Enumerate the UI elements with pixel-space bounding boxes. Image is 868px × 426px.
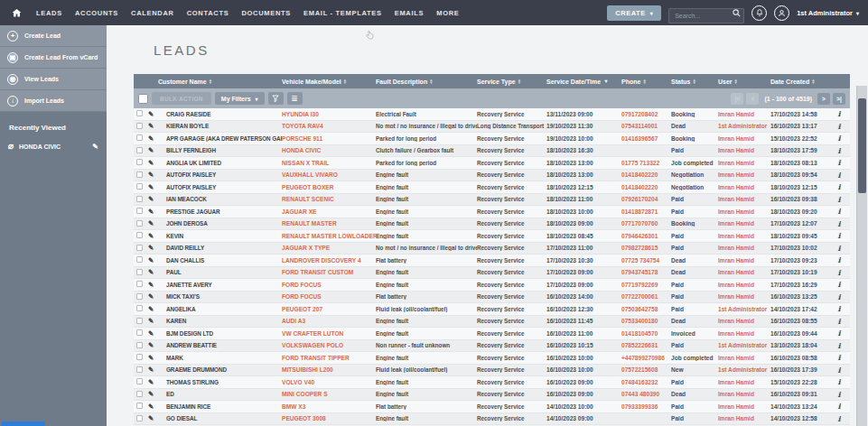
create-button[interactable]: CREATE ▾ bbox=[607, 5, 661, 21]
sort-icon[interactable]: ▴▾ bbox=[430, 79, 432, 85]
cell-phone[interactable]: 01418402220 bbox=[621, 171, 671, 178]
cell-user[interactable]: Imran Hamid bbox=[718, 171, 770, 178]
row-checkbox[interactable] bbox=[134, 342, 148, 349]
cell-vehicle[interactable]: RENAULT MASTER LOWLOADER bbox=[282, 233, 376, 239]
cell-phone[interactable]: 07572215608 bbox=[621, 366, 671, 373]
cell-user[interactable]: Imran Hamid bbox=[718, 330, 770, 337]
user-avatar-icon[interactable] bbox=[774, 5, 789, 21]
info-icon[interactable]: i bbox=[828, 268, 850, 277]
cell-user[interactable]: Imran Hamid bbox=[718, 293, 770, 300]
column-header-service-type[interactable]: Service Type ▴▾ bbox=[477, 79, 546, 85]
last-page-button[interactable]: >| bbox=[833, 93, 845, 105]
cell-vehicle[interactable]: PEUGEOT 207 bbox=[282, 306, 376, 312]
column-header-status[interactable]: Status ▴▾ bbox=[671, 79, 718, 85]
cell-user[interactable]: Imran Hamid bbox=[718, 403, 770, 410]
row-checkbox[interactable] bbox=[134, 391, 148, 398]
cell-user[interactable]: Imran Hamid bbox=[718, 160, 770, 166]
row-checkbox[interactable] bbox=[134, 293, 148, 301]
sort-icon[interactable]: ▴▾ bbox=[344, 79, 346, 85]
sidebar-item-import-leads[interactable]: ↓ Import Leads bbox=[0, 90, 107, 112]
cell-vehicle[interactable]: RENAULT SCENIC bbox=[282, 196, 376, 202]
cell-user[interactable]: Imran Hamid bbox=[718, 220, 770, 227]
info-icon[interactable]: i bbox=[828, 317, 850, 326]
info-icon[interactable]: i bbox=[828, 171, 850, 180]
scrollbar-thumb[interactable] bbox=[858, 98, 866, 193]
edit-icon[interactable]: ✎ bbox=[148, 171, 166, 179]
row-checkbox[interactable] bbox=[134, 354, 148, 361]
nav-item-contacts[interactable]: CONTACTS bbox=[187, 9, 229, 17]
cell-phone[interactable]: +447899270986 bbox=[621, 355, 671, 361]
cell-vehicle[interactable]: TOYOTA RAV4 bbox=[282, 123, 376, 129]
row-checkbox[interactable] bbox=[134, 147, 148, 154]
nav-item-leads[interactable]: LEADS bbox=[36, 9, 62, 17]
row-checkbox[interactable] bbox=[134, 269, 148, 276]
column-header-date-created[interactable]: Date Created ▴▾ bbox=[770, 79, 828, 85]
list-view-icon[interactable]: ≣ bbox=[287, 92, 303, 105]
column-header-service-datetime[interactable]: Service Date/Time ▼ bbox=[546, 79, 621, 85]
info-icon[interactable]: i bbox=[828, 280, 850, 289]
cell-vehicle[interactable]: FORD TRANSIT CUSTOM bbox=[282, 269, 376, 275]
cell-phone[interactable]: 07852226631 bbox=[621, 342, 671, 348]
search-icon[interactable] bbox=[732, 8, 742, 18]
row-checkbox[interactable] bbox=[134, 378, 148, 385]
edit-icon[interactable]: ✎ bbox=[148, 354, 166, 362]
row-checkbox[interactable] bbox=[134, 281, 148, 288]
info-icon[interactable]: i bbox=[828, 366, 850, 375]
cell-phone[interactable]: 07982728615 bbox=[621, 245, 671, 251]
cell-vehicle[interactable]: AUDI A3 bbox=[282, 318, 376, 324]
cell-vehicle[interactable]: NISSAN X TRAIL bbox=[282, 160, 376, 166]
edit-pencil-icon[interactable]: ✎ bbox=[92, 143, 98, 151]
filter-funnel-icon[interactable] bbox=[268, 92, 284, 105]
edit-icon[interactable]: ✎ bbox=[148, 110, 166, 118]
sidebar-item-view-leads[interactable]: ◉ View Leads bbox=[0, 69, 107, 90]
edit-icon[interactable]: ✎ bbox=[148, 146, 166, 154]
sort-icon[interactable]: ▴▾ bbox=[693, 79, 695, 85]
nav-item-emails[interactable]: EMAILS bbox=[395, 9, 425, 17]
edit-icon[interactable]: ✎ bbox=[148, 159, 166, 167]
sort-icon[interactable]: ▴▾ bbox=[735, 79, 737, 85]
cell-phone[interactable]: 01418104570 bbox=[621, 330, 671, 337]
notifications-bell-icon[interactable] bbox=[751, 5, 767, 21]
column-header-user[interactable]: User ▴▾ bbox=[718, 79, 770, 85]
cell-vehicle[interactable]: JAGUAR X TYPE bbox=[282, 245, 376, 251]
cell-user[interactable]: Imran Hamid bbox=[718, 147, 770, 153]
row-checkbox[interactable] bbox=[134, 305, 148, 312]
nav-item-documents[interactable]: DOCUMENTS bbox=[241, 9, 291, 17]
cell-user[interactable]: Imran Hamid bbox=[718, 318, 770, 324]
cell-phone[interactable]: 07443 480390 bbox=[621, 391, 671, 397]
cell-phone[interactable]: 01418872871 bbox=[621, 208, 671, 215]
cell-user[interactable]: 1st Administrator bbox=[718, 366, 770, 373]
info-icon[interactable]: i bbox=[828, 329, 850, 338]
cell-phone[interactable]: 01418402220 bbox=[621, 184, 671, 190]
info-icon[interactable]: i bbox=[828, 353, 850, 362]
nav-item-more[interactable]: MORE bbox=[436, 9, 459, 17]
column-header-customer-name[interactable]: Customer Name ▴▾ bbox=[134, 79, 282, 85]
cell-vehicle[interactable]: HYUNDIA I30 bbox=[282, 111, 376, 117]
cell-vehicle[interactable]: LANDROVER DISCOVERY 4 bbox=[282, 257, 376, 264]
info-icon[interactable]: i bbox=[828, 341, 850, 350]
row-checkbox[interactable] bbox=[134, 366, 148, 374]
edit-icon[interactable]: ✎ bbox=[148, 366, 166, 374]
info-icon[interactable]: i bbox=[828, 182, 850, 191]
cell-phone[interactable]: 07943745178 bbox=[621, 269, 671, 275]
edit-icon[interactable]: ✎ bbox=[148, 329, 166, 338]
sort-icon[interactable]: ▴▾ bbox=[210, 79, 211, 85]
edit-icon[interactable]: ✎ bbox=[148, 305, 166, 313]
info-icon[interactable]: i bbox=[828, 207, 850, 216]
select-all-checkbox[interactable] bbox=[138, 94, 148, 104]
column-header-vehicle[interactable]: Vehicle Make/Model ▴▾ bbox=[282, 79, 376, 85]
cell-phone[interactable]: 07543114001 bbox=[621, 123, 671, 129]
row-checkbox[interactable] bbox=[134, 318, 148, 325]
edit-icon[interactable]: ✎ bbox=[148, 414, 166, 422]
cell-vehicle[interactable]: VOLVO V40 bbox=[282, 379, 376, 385]
info-icon[interactable]: i bbox=[828, 414, 850, 423]
sidebar-item-create-lead[interactable]: + Create Lead bbox=[0, 25, 107, 47]
row-checkbox[interactable] bbox=[134, 329, 148, 337]
my-filters-dropdown[interactable]: My Filters ▾ bbox=[215, 92, 265, 105]
cell-vehicle[interactable]: RENAULT MASTER bbox=[282, 220, 376, 227]
cell-vehicle[interactable]: FORD FOCUS bbox=[282, 293, 376, 300]
info-icon[interactable]: i bbox=[828, 244, 850, 253]
cell-user[interactable]: 1st Administrator bbox=[718, 123, 770, 129]
cell-user[interactable]: Imran Hamid bbox=[718, 257, 770, 264]
cell-user[interactable]: Imran Hamid bbox=[718, 415, 770, 421]
